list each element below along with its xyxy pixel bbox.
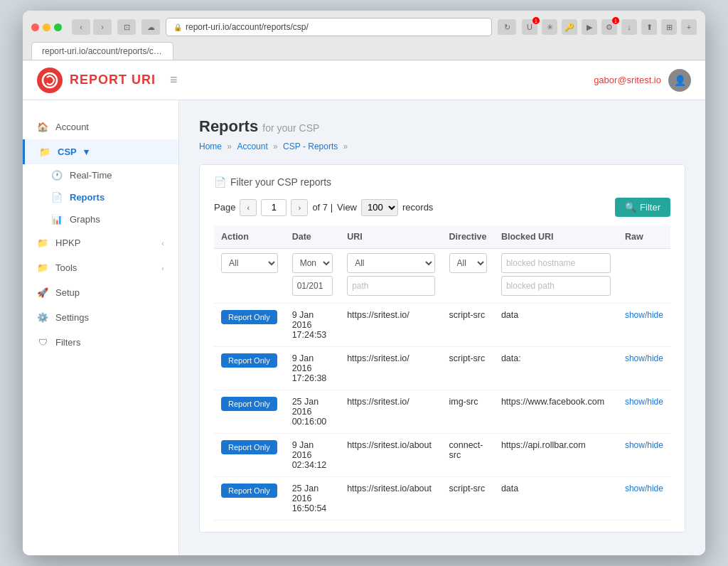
col-date: Date: [285, 225, 341, 249]
sidebar-item-filters[interactable]: 🛡 Filters: [23, 330, 178, 355]
row-5-uri: https://sritest.io/about: [340, 477, 441, 520]
blocked-hostname-input[interactable]: [501, 253, 611, 273]
sidebar-filters-label: Filters: [55, 337, 80, 348]
refresh-button[interactable]: ↻: [498, 19, 516, 35]
sidebar-csp-label: CSP: [58, 146, 77, 157]
directive-filter-select[interactable]: All: [449, 253, 487, 273]
minimize-traffic-light[interactable]: [43, 23, 50, 31]
uri-filter-select[interactable]: All: [347, 253, 434, 273]
breadcrumb-account[interactable]: Account: [237, 142, 267, 151]
col-directive: Directive: [442, 225, 494, 249]
show-hide-link-5[interactable]: show/hide: [625, 484, 663, 493]
sidebar-account-label: Account: [55, 122, 89, 132]
sidebar-setup-label: Setup: [55, 287, 80, 298]
action-button-4[interactable]: Report Only: [221, 440, 277, 454]
show-hide-link-2[interactable]: show/hide: [625, 353, 663, 363]
table-filter-row: All Report Only Block Month Week Day: [214, 249, 670, 304]
action-button-5[interactable]: Report Only: [221, 484, 277, 498]
sidebar-item-settings[interactable]: ⚙️ Settings: [23, 305, 178, 330]
sidebar-item-hpkp[interactable]: 📁 HPKP ‹: [23, 230, 178, 255]
extension-icon-1[interactable]: U 1: [522, 19, 537, 35]
next-page-button[interactable]: ›: [291, 199, 308, 216]
back-button[interactable]: ‹: [72, 19, 90, 35]
row-4-directive: connect-src: [442, 434, 494, 477]
row-2-uri: https://sritest.io/: [340, 347, 441, 390]
filter-directive-cell: All: [442, 249, 494, 304]
sidebar-item-tools[interactable]: 📁 Tools ‹: [23, 255, 178, 280]
row-1-uri: https://sritest.io/: [340, 304, 441, 347]
page-number-input[interactable]: [261, 199, 287, 216]
path-filter-input[interactable]: [347, 276, 434, 296]
extension-icon-3[interactable]: 🔑: [562, 19, 577, 35]
sidebar-item-account[interactable]: 🏠 Account: [23, 114, 178, 139]
folder-icon: 📁: [39, 146, 50, 157]
sidebar-item-graphs[interactable]: 📊 Graphs: [23, 208, 178, 230]
row-1-blocked-uri: data: [494, 304, 618, 347]
active-tab[interactable]: report-uri.io/account/reports/csp/: [31, 42, 173, 60]
hamburger-button[interactable]: ≡: [170, 73, 178, 87]
logo-text: REPORT URI: [70, 73, 156, 87]
action-filter-select[interactable]: All Report Only Block: [221, 253, 278, 273]
badge-1: 1: [532, 17, 540, 24]
table-header-row: Action Date URI Directive Blocked URI Ra…: [214, 225, 670, 249]
address-bar[interactable]: 🔒 report-uri.io/account/reports/csp/: [166, 18, 492, 36]
user-area: gabor@sritest.io 👤: [594, 69, 691, 92]
page-title: Reports for your CSP: [199, 117, 685, 136]
col-uri: URI: [340, 225, 441, 249]
records-label: records: [402, 202, 433, 213]
date-filter-select[interactable]: Month Week Day: [292, 253, 333, 273]
sidebar-item-csp[interactable]: 📁 CSP ▾: [23, 139, 178, 164]
col-action: Action: [214, 225, 285, 249]
csp-chevron-icon: ▾: [84, 146, 89, 157]
share-button[interactable]: ⬆: [641, 19, 657, 35]
clock-icon: 🕐: [51, 170, 63, 181]
blocked-path-input[interactable]: [501, 276, 611, 296]
date-filter-input[interactable]: [292, 276, 333, 296]
extension-icon-6[interactable]: ↓: [621, 19, 637, 35]
cloud-button[interactable]: ☁: [141, 19, 160, 35]
toolbar-icons: U 1 ✳ 🔑 ▶ ⚙ 1 ↓ ⬆ ⊞ +: [522, 19, 697, 35]
action-button-2[interactable]: Report Only: [221, 353, 277, 368]
sidebar-reports-label: Reports: [70, 192, 105, 203]
new-tab-button[interactable]: ⊞: [661, 19, 677, 35]
action-button-3[interactable]: Report Only: [221, 397, 277, 411]
forward-button[interactable]: ›: [93, 19, 112, 35]
prev-page-button[interactable]: ‹: [240, 199, 257, 216]
breadcrumb-csp-reports[interactable]: CSP - Reports: [283, 142, 338, 151]
maximize-traffic-light[interactable]: [54, 23, 62, 31]
extension-icon-5[interactable]: ⚙ 1: [601, 19, 617, 35]
extension-icon-4[interactable]: ▶: [582, 19, 597, 35]
add-tab-button[interactable]: +: [681, 19, 697, 35]
col-raw: Raw: [618, 225, 670, 249]
breadcrumb-home[interactable]: Home: [199, 142, 222, 151]
reader-view-button[interactable]: ⊡: [117, 19, 136, 35]
row-3-raw: show/hide: [618, 390, 670, 434]
filter-doc-icon: 📄: [214, 176, 226, 188]
row-2-directive: script-src: [442, 347, 494, 390]
table-row: Report Only 25 Jan 2016 00:16:00 https:/…: [214, 390, 670, 434]
filter-title: 📄 Filter your CSP reports: [214, 176, 670, 188]
filter-button[interactable]: 🔍 Filter: [615, 198, 670, 217]
close-traffic-light[interactable]: [31, 23, 39, 31]
settings-icon: ⚙️: [37, 312, 48, 323]
action-button-1[interactable]: Report Only: [221, 310, 277, 324]
extension-icon-2[interactable]: ✳: [542, 19, 557, 35]
sidebar-item-realtime[interactable]: 🕐 Real-Time: [23, 164, 178, 186]
sidebar-item-setup[interactable]: 🚀 Setup: [23, 280, 178, 305]
page-label: Page: [214, 202, 235, 213]
browser-tabs: report-uri.io/account/reports/csp/: [31, 42, 697, 60]
app-logo: REPORT URI ≡: [37, 68, 178, 93]
sidebar-item-reports[interactable]: 📄 Reports: [23, 186, 178, 208]
show-hide-link-3[interactable]: show/hide: [625, 397, 663, 407]
shield-icon: 🛡: [37, 337, 48, 348]
user-avatar[interactable]: 👤: [668, 69, 691, 92]
row-4-action: Report Only: [214, 434, 285, 477]
logo-icon: [37, 68, 63, 93]
show-hide-link-4[interactable]: show/hide: [625, 440, 663, 450]
table-row: Report Only 9 Jan 2016 02:34:12 https://…: [214, 434, 670, 477]
show-hide-link-1[interactable]: show/hide: [625, 310, 663, 320]
row-5-directive: script-src: [442, 477, 494, 520]
traffic-lights: [31, 23, 62, 31]
main-content: Reports for your CSP Home » Account » CS…: [179, 100, 705, 555]
records-per-page-select[interactable]: 100 50 25: [361, 199, 398, 216]
